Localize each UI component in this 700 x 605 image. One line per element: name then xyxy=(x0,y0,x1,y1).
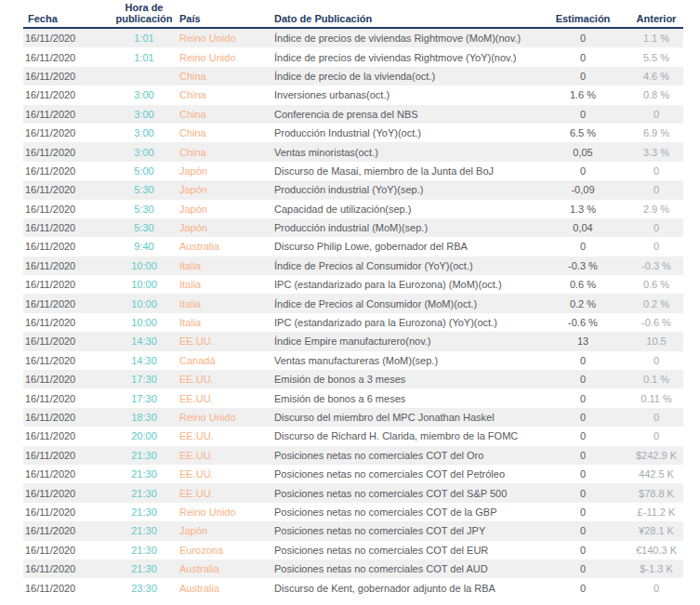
event-time: 14:30 xyxy=(112,335,177,347)
calendar-event-row[interactable]: 16/11/2020 5:30 Japón Capacidad de utili… xyxy=(23,200,683,218)
event-country: China xyxy=(177,89,271,100)
event-time: 17:30 xyxy=(112,374,177,385)
event-time: 21:30 xyxy=(112,488,177,499)
event-previous-value: 0 xyxy=(629,430,683,441)
calendar-event-row[interactable]: 16/11/2020 20:00 EE.UU. Discurso de Rich… xyxy=(23,427,683,445)
event-previous-value: -0.6 % xyxy=(629,317,683,328)
event-time: 3:00 xyxy=(112,89,177,100)
event-previous-value: 442.5 K xyxy=(629,468,683,480)
calendar-event-row[interactable]: 16/11/2020 1:01 Reino Unido Índice de pr… xyxy=(23,47,683,66)
event-time: 5:30 xyxy=(112,222,177,233)
event-country: Italia xyxy=(177,279,271,290)
event-date: 16/11/2020 xyxy=(23,71,112,82)
calendar-event-row[interactable]: 16/11/2020 17:30 EE.UU. Emisión de bonos… xyxy=(23,388,683,407)
col-header-pais: País xyxy=(177,13,271,24)
event-country: Japón xyxy=(177,165,271,177)
event-title: IPC (estandarizado para la Eurozona) (Mo… xyxy=(271,279,536,290)
event-previous-value: 5.5 % xyxy=(629,52,683,63)
table-body: 16/11/2020 1:01 Reino Unido Índice de pr… xyxy=(23,29,683,598)
event-time: 5:00 xyxy=(112,165,177,177)
event-title: Conferencia de prensa del NBS xyxy=(271,109,536,120)
event-title: Discurso de Richard H. Clarida, miembro … xyxy=(271,430,536,441)
calendar-event-row[interactable]: 16/11/2020 21:30 Australia Posiciones ne… xyxy=(23,559,683,578)
calendar-event-row[interactable]: 16/11/2020 21:30 Japón Posiciones netas … xyxy=(23,521,683,540)
event-date: 16/11/2020 xyxy=(23,393,112,404)
event-title: Ventas manufactureras (MoM)(sep.) xyxy=(271,355,536,366)
calendar-event-row[interactable]: 16/11/2020 3:00 China Inversiones urbana… xyxy=(23,85,683,104)
event-date: 16/11/2020 xyxy=(23,204,112,215)
event-country: EE.UU. xyxy=(177,430,271,441)
event-country: Reino Unido xyxy=(177,33,271,44)
col-header-dato-de-publicacion: Dato de Publicación xyxy=(271,13,536,24)
calendar-event-row[interactable]: 16/11/2020 21:30 EE.UU. Posiciones netas… xyxy=(23,446,683,465)
event-previous-value: 0 xyxy=(629,109,683,120)
event-title: Discurso Philip Lowe, gobernador del RBA xyxy=(271,241,536,252)
event-time: 3:00 xyxy=(112,147,177,158)
event-title: Emisión de bonos a 3 meses xyxy=(271,374,536,385)
event-time: 14:30 xyxy=(112,355,177,366)
event-time: 20:00 xyxy=(112,430,177,441)
calendar-event-row[interactable]: 16/11/2020 5:00 Japón Discurso de Masai,… xyxy=(23,162,683,180)
event-time: 5:30 xyxy=(112,184,177,195)
economic-calendar-page: Fecha Hora de publicación País Dato de P… xyxy=(0,0,700,605)
event-date: 16/11/2020 xyxy=(23,412,112,423)
calendar-event-row[interactable]: 16/11/2020 5:30 Japón Producción industr… xyxy=(23,218,683,237)
calendar-event-row[interactable]: 16/11/2020 10:00 Italia Índice de Precio… xyxy=(23,294,683,312)
calendar-event-row[interactable]: 16/11/2020 9:40 Australia Discurso Phili… xyxy=(23,237,683,256)
event-estimate-value: 0 xyxy=(536,33,629,44)
event-date: 16/11/2020 xyxy=(23,430,112,441)
calendar-event-row[interactable]: 16/11/2020 17:30 EE.UU. Emisión de bonos… xyxy=(23,370,683,388)
calendar-event-row[interactable]: 16/11/2020 1:01 Reino Unido Índice de pr… xyxy=(23,29,683,47)
event-title: Inversiones urbanas(oct.) xyxy=(271,89,536,100)
economic-calendar-table: Fecha Hora de publicación País Dato de P… xyxy=(23,0,683,598)
event-estimate-value: 0 xyxy=(536,393,629,404)
event-estimate-value: 0 xyxy=(536,506,629,518)
calendar-event-row[interactable]: 16/11/2020 3:00 China Conferencia de pre… xyxy=(23,105,683,124)
event-estimate-value: 0.2 % xyxy=(536,298,629,309)
event-title: Posiciones netas no comerciales COT del … xyxy=(271,563,536,574)
event-country: China xyxy=(177,147,271,158)
calendar-event-row[interactable]: 16/11/2020 3:00 China Producción Industr… xyxy=(23,124,683,142)
calendar-event-row[interactable]: 16/11/2020 10:00 Italia Índice de Precio… xyxy=(23,256,683,275)
event-date: 16/11/2020 xyxy=(23,583,112,594)
calendar-event-row[interactable]: 16/11/2020 China Índice de precio de la … xyxy=(23,67,683,85)
event-country: Italia xyxy=(177,298,271,309)
event-country: EE.UU. xyxy=(177,468,271,480)
event-previous-value: 0 xyxy=(629,184,683,195)
event-time: 3:00 xyxy=(112,127,177,138)
calendar-event-row[interactable]: 16/11/2020 21:30 Eurozona Posiciones net… xyxy=(23,541,683,559)
calendar-event-row[interactable]: 16/11/2020 10:00 Italia IPC (estandariza… xyxy=(23,275,683,294)
event-time: 9:40 xyxy=(112,241,177,252)
calendar-event-row[interactable]: 16/11/2020 10:00 Italia IPC (estandariza… xyxy=(23,313,683,332)
event-title: Ventas minoristas(oct.) xyxy=(271,147,536,158)
calendar-event-row[interactable]: 16/11/2020 21:30 EE.UU. Posiciones netas… xyxy=(23,483,683,502)
event-previous-value: 0 xyxy=(629,241,683,252)
col-header-estimacion: Estimación xyxy=(536,13,629,24)
event-estimate-value: 0 xyxy=(536,468,629,480)
event-country: Canadá xyxy=(177,355,271,366)
calendar-event-row[interactable]: 16/11/2020 14:30 EE.UU. Índice Empire ma… xyxy=(23,332,683,350)
event-previous-value: €140.3 K xyxy=(629,545,683,556)
event-previous-value: 6.9 % xyxy=(629,127,683,138)
event-previous-value: 2.9 % xyxy=(629,204,683,215)
event-title: Índice de Precios al Consumidor (MoM)(oc… xyxy=(271,298,536,309)
event-estimate-value: 0 xyxy=(536,374,629,385)
calendar-event-row[interactable]: 16/11/2020 21:30 EE.UU. Posiciones netas… xyxy=(23,465,683,483)
event-previous-value: $242.9 K xyxy=(629,450,683,461)
event-time: 1:01 xyxy=(112,33,177,44)
calendar-event-row[interactable]: 16/11/2020 5:30 Japón Producción industr… xyxy=(23,180,683,199)
calendar-event-row[interactable]: 16/11/2020 21:30 Reino Unido Posiciones … xyxy=(23,503,683,521)
event-country: EE.UU. xyxy=(177,393,271,404)
calendar-event-row[interactable]: 16/11/2020 23:30 Australia Discurso de K… xyxy=(23,578,683,597)
event-date: 16/11/2020 xyxy=(23,450,112,461)
event-title: Índice de precio de la vivienda(oct.) xyxy=(271,71,536,82)
calendar-event-row[interactable]: 16/11/2020 18:30 Reino Unido Discurso de… xyxy=(23,408,683,427)
event-time: 10:00 xyxy=(112,260,177,271)
calendar-event-row[interactable]: 16/11/2020 14:30 Canadá Ventas manufactu… xyxy=(23,351,683,370)
event-time: 17:30 xyxy=(112,393,177,404)
event-country: China xyxy=(177,71,271,82)
event-date: 16/11/2020 xyxy=(23,165,112,177)
event-estimate-value: 0 xyxy=(536,545,629,556)
calendar-event-row[interactable]: 16/11/2020 3:00 China Ventas minoristas(… xyxy=(23,142,683,161)
event-time: 21:30 xyxy=(112,545,177,556)
